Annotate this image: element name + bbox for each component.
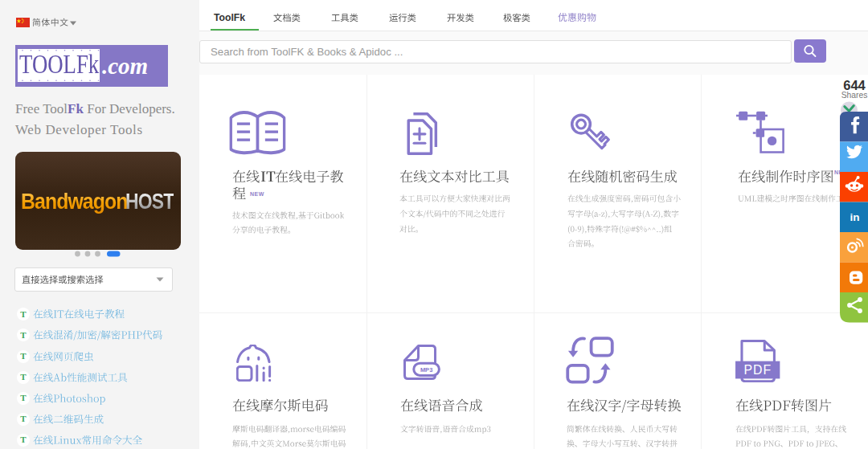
svg-text:in: in <box>850 211 860 223</box>
svg-text:PDF: PDF <box>744 364 772 378</box>
svg-text:MP3: MP3 <box>420 366 432 373</box>
